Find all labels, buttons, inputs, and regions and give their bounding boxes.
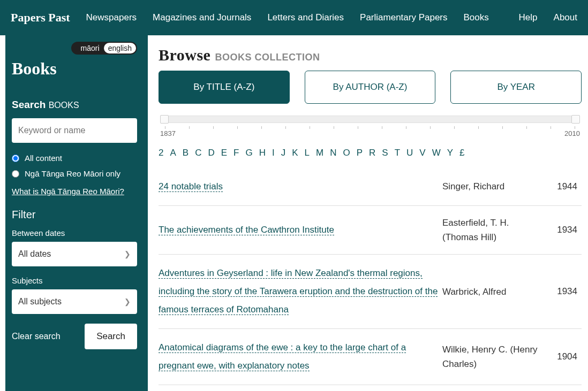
sidebar-title: Books: [12, 59, 137, 79]
nav-letters[interactable]: Letters and Diaries: [267, 12, 344, 23]
subjects-value: All subjects: [18, 297, 62, 306]
book-year: 1934: [549, 206, 582, 255]
book-year: [549, 385, 582, 391]
lang-maori[interactable]: māori: [77, 43, 104, 53]
clear-search-button[interactable]: Clear search: [12, 332, 61, 341]
year-slider[interactable]: [159, 116, 582, 123]
sidebar: māori english Books Search BOOKS All con…: [5, 35, 148, 391]
book-year: 1904: [549, 329, 582, 385]
language-pill: māori english: [71, 42, 137, 55]
alpha-letter[interactable]: A: [170, 148, 176, 158]
link-what-is-maori[interactable]: What is Ngā Tānga Reo Māori?: [12, 187, 124, 196]
radio-all-input[interactable]: [12, 155, 19, 162]
alpha-letter[interactable]: W: [432, 148, 441, 158]
between-dates-label: Between dates: [12, 228, 137, 237]
alpha-letter[interactable]: F: [233, 148, 239, 158]
alpha-letter[interactable]: 2: [159, 148, 163, 158]
book-author: Easterfield, T. H. (Thomas Hill): [442, 206, 549, 255]
tab-by-year[interactable]: By YEAR: [450, 71, 582, 104]
book-title-link[interactable]: The achievements of the Cawthron Institu…: [159, 225, 334, 235]
nav-newspapers[interactable]: Newspapers: [86, 12, 137, 23]
table-row: Andrew Cameron as I knew him : three mem…: [159, 385, 582, 391]
tab-by-author[interactable]: By AUTHOR (A-Z): [305, 71, 436, 104]
tab-by-title[interactable]: By TITLE (A-Z): [159, 71, 290, 104]
browse-heading: Browse BOOKS COLLECTION: [159, 46, 582, 64]
sidebar-buttons: Clear search Search: [12, 324, 137, 349]
nav-right: Help About: [519, 12, 577, 23]
book-author: [442, 385, 549, 391]
top-nav: Papers Past Newspapers Magazines and Jou…: [0, 0, 588, 35]
table-row: Anatomical diagrams of the ewe : a key t…: [159, 329, 582, 385]
book-title-link[interactable]: Adventures in Geyserland : life in New Z…: [159, 268, 438, 315]
book-author: Singer, Richard: [442, 168, 549, 206]
main-content: Browse BOOKS COLLECTION By TITLE (A-Z) B…: [148, 35, 588, 391]
alpha-letter[interactable]: S: [382, 148, 388, 158]
slider-track: [161, 116, 579, 123]
between-dates-value: All dates: [18, 249, 51, 259]
slider-ticks: 1837 2010: [159, 126, 582, 139]
book-year: 1944: [549, 168, 582, 206]
search-heading: Search BOOKS: [12, 99, 137, 111]
slider-end-year: 2010: [564, 129, 580, 137]
alpha-letter[interactable]: B: [183, 148, 189, 158]
lang-english[interactable]: english: [104, 43, 136, 53]
book-table: 24 notable trials Singer, Richard 1944 T…: [159, 168, 582, 391]
table-row: The achievements of the Cawthron Institu…: [159, 206, 582, 255]
book-title-link[interactable]: Anatomical diagrams of the ewe : a key t…: [159, 342, 406, 371]
slider-handle-left[interactable]: [160, 115, 169, 124]
alpha-letter[interactable]: H: [259, 148, 266, 158]
radio-all-label: All content: [25, 154, 62, 163]
browse-tabs: By TITLE (A-Z) By AUTHOR (A-Z) By YEAR: [159, 71, 582, 104]
nav-magazines[interactable]: Magazines and Journals: [153, 12, 251, 23]
chevron-right-icon: ❯: [124, 250, 131, 258]
search-input[interactable]: [12, 118, 137, 143]
alpha-letter[interactable]: £: [459, 148, 464, 158]
alpha-letter[interactable]: D: [208, 148, 214, 158]
alpha-letter[interactable]: R: [369, 148, 375, 158]
alpha-index: 2 A B C D E F G H I J K L M N O P R S T …: [159, 148, 582, 158]
nav-parliamentary[interactable]: Parliamentary Papers: [360, 12, 447, 23]
primary-nav: Newspapers Magazines and Journals Letter…: [86, 12, 503, 23]
book-title-link[interactable]: 24 notable trials: [159, 181, 223, 192]
alpha-letter[interactable]: G: [245, 148, 252, 158]
book-author: Wilkie, Henry C. (Henry Charles): [442, 329, 549, 385]
subjects-label: Subjects: [12, 276, 137, 285]
radio-maori-only[interactable]: Ngā Tānga Reo Māori only: [12, 169, 137, 178]
table-row: 24 notable trials Singer, Richard 1944: [159, 168, 582, 206]
alpha-letter[interactable]: P: [357, 148, 363, 158]
alpha-letter[interactable]: N: [330, 148, 336, 158]
filter-heading: Filter: [12, 209, 137, 221]
book-author: Warbrick, Alfred: [442, 255, 549, 329]
site-logo[interactable]: Papers Past: [11, 11, 70, 25]
alpha-letter[interactable]: T: [395, 148, 400, 158]
alpha-letter[interactable]: L: [305, 148, 310, 158]
nav-books[interactable]: Books: [464, 12, 489, 23]
nav-help[interactable]: Help: [519, 12, 538, 23]
alpha-letter[interactable]: M: [316, 148, 323, 158]
alpha-letter[interactable]: I: [272, 148, 275, 158]
search-button[interactable]: Search: [85, 324, 137, 349]
alpha-letter[interactable]: C: [195, 148, 201, 158]
language-switch: māori english: [12, 42, 137, 55]
nav-about[interactable]: About: [554, 12, 577, 23]
radio-maori-label: Ngā Tānga Reo Māori only: [25, 169, 120, 178]
alpha-letter[interactable]: E: [221, 148, 227, 158]
chevron-right-icon: ❯: [124, 297, 131, 306]
table-row: Adventures in Geyserland : life in New Z…: [159, 255, 582, 329]
radio-all-content[interactable]: All content: [12, 154, 137, 163]
alpha-letter[interactable]: V: [419, 148, 425, 158]
alpha-letter[interactable]: K: [292, 148, 298, 158]
book-year: 1934: [549, 255, 582, 329]
alpha-letter[interactable]: Y: [447, 148, 453, 158]
between-dates-select[interactable]: All dates ❯: [12, 242, 137, 266]
subjects-select[interactable]: All subjects ❯: [12, 289, 137, 314]
radio-maori-input[interactable]: [12, 170, 19, 178]
slider-handle-right[interactable]: [571, 115, 580, 124]
slider-start-year: 1837: [160, 129, 176, 137]
alpha-letter[interactable]: J: [281, 148, 286, 158]
alpha-letter[interactable]: O: [343, 148, 350, 158]
alpha-letter[interactable]: U: [406, 148, 413, 158]
